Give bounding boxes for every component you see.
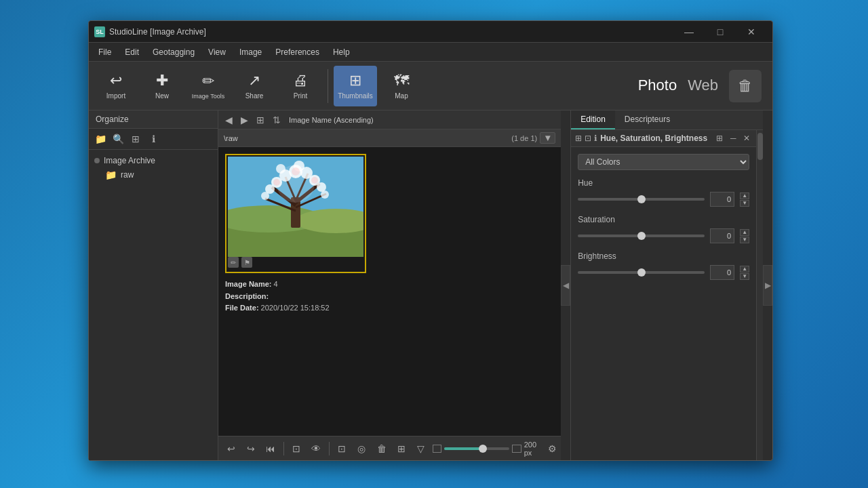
sort-order-button[interactable]: ⇅ — [270, 113, 283, 127]
trash-button[interactable]: 🗑 — [729, 70, 762, 102]
panel-expand-btn[interactable]: ⊞ — [714, 133, 725, 144]
brightness-slider-track[interactable] — [578, 271, 705, 274]
brightness-control: 0 ▲ ▼ — [578, 265, 749, 280]
svg-point-23 — [273, 179, 280, 186]
color-select[interactable]: All Colors — [578, 154, 749, 170]
panel-header: ⊞ ⊡ ℹ Hue, Saturation, Brightness ⊞ ─ ✕ — [571, 130, 756, 147]
saturation-down-btn[interactable]: ▼ — [740, 237, 749, 243]
copy-button[interactable]: ⊞ — [393, 440, 410, 458]
share-icon: ↗ — [248, 72, 260, 89]
collapse-left-arrow[interactable]: ◀ — [561, 265, 570, 306]
skip-back-button[interactable]: ⏮ — [262, 440, 279, 458]
settings-icon[interactable]: ⚙ — [548, 443, 557, 454]
zoom-fit-button[interactable]: ⊡ — [334, 440, 351, 458]
zoom-box-small — [433, 445, 442, 453]
image-tools-button[interactable]: ✏ Image Tools — [186, 66, 230, 106]
main-content: Organize 📁 🔍 ⊞ ℹ Image Archive 📁 raw — [89, 110, 772, 460]
back-button[interactable]: ◀ — [222, 113, 235, 127]
image-item[interactable]: ✏ ⚑ — [225, 154, 366, 273]
bottom-toolbar: ↩ ↪ ⏮ ⊡ 👁 ⊡ ◎ 🗑 ⊞ ▽ — [218, 436, 561, 460]
count-dropdown[interactable]: ▼ — [540, 132, 555, 144]
panel-title: Hue, Saturation, Brightness — [600, 134, 711, 143]
zoom-thumb[interactable] — [479, 445, 487, 453]
menu-file[interactable]: File — [92, 45, 118, 60]
new-folder-icon[interactable]: 📁 — [93, 131, 108, 146]
undo-button[interactable]: ↩ — [222, 440, 239, 458]
delete-button[interactable]: 🗑 — [373, 440, 390, 458]
panel-icon-1[interactable]: ⊞ — [575, 134, 582, 143]
image-info: Image Name: 4 Description: File Date: 20… — [225, 279, 554, 314]
organize-header: Organize — [89, 110, 218, 129]
zoom-slider[interactable] — [444, 447, 509, 450]
brightness-up-btn[interactable]: ▲ — [740, 266, 749, 272]
thumbnails-button[interactable]: ⊞ Thumbnails — [334, 66, 377, 106]
edit-icon[interactable]: ✏ — [228, 257, 239, 268]
toolbar-divider-2 — [283, 442, 284, 455]
print-button[interactable]: 🖨 Print — [279, 66, 322, 106]
grid-view-button[interactable]: ⊞ — [254, 113, 267, 127]
crop-button[interactable]: ⊡ — [288, 440, 304, 458]
forward-button[interactable]: ▶ — [238, 113, 251, 127]
share-button[interactable]: ↗ Share — [233, 66, 276, 106]
brightness-slider-thumb[interactable] — [637, 268, 646, 277]
panel-content: ⊞ ⊡ ℹ Hue, Saturation, Brightness ⊞ ─ ✕ — [571, 130, 756, 460]
new-button[interactable]: ✚ New — [140, 66, 184, 106]
zoom-actual-button[interactable]: ◎ — [353, 440, 370, 458]
minimize-button[interactable]: — — [673, 21, 705, 43]
hue-slider-thumb[interactable] — [637, 195, 646, 203]
redo-button[interactable]: ↪ — [242, 440, 259, 458]
search-icon[interactable]: 🔍 — [111, 131, 125, 146]
tree-archive[interactable]: Image Archive — [89, 154, 218, 167]
hue-up-btn[interactable]: ▲ — [740, 192, 749, 199]
grid-icon[interactable]: ⊞ — [128, 131, 143, 146]
tree-area: Image Archive 📁 raw — [89, 150, 218, 460]
tree-folder-raw[interactable]: 📁 raw — [89, 167, 218, 182]
hue-slider-track[interactable] — [578, 198, 705, 201]
preview-button[interactable]: 👁 — [308, 440, 325, 458]
web-button[interactable]: Web — [682, 74, 724, 98]
brightness-slider-row: Brightness 0 ▲ ▼ — [578, 251, 749, 280]
import-button[interactable]: ↩ Import — [94, 66, 138, 106]
maximize-button[interactable]: □ — [705, 21, 736, 43]
saturation-value[interactable]: 0 — [710, 228, 734, 243]
filter-button[interactable]: ▽ — [412, 440, 429, 458]
menu-geotagging[interactable]: Geotagging — [146, 45, 201, 60]
menu-view[interactable]: View — [201, 45, 233, 60]
brightness-down-btn[interactable]: ▼ — [740, 273, 749, 280]
brightness-stepper: ▲ ▼ — [740, 266, 749, 280]
menu-edit[interactable]: Edit — [118, 45, 146, 60]
saturation-slider-thumb[interactable] — [637, 232, 646, 240]
image-mini-toolbar: ✏ ⚑ — [228, 257, 363, 268]
photo-button[interactable]: Photo — [633, 74, 683, 98]
zoom-box-large — [512, 445, 521, 453]
saturation-slider-row: Saturation 0 ▲ ▼ — [578, 215, 749, 243]
collapse-right-arrow[interactable]: ▶ — [763, 265, 772, 306]
close-button[interactable]: ✕ — [736, 21, 767, 43]
archive-dot — [94, 158, 100, 163]
flag-icon[interactable]: ⚑ — [241, 257, 252, 268]
main-window: SL StudioLine [Image Archive] — □ ✕ File… — [88, 20, 773, 461]
panel-icon-3[interactable]: ℹ — [594, 134, 597, 143]
panel-icon-2[interactable]: ⊡ — [585, 134, 591, 143]
hue-value[interactable]: 0 — [710, 192, 734, 207]
map-button[interactable]: 🗺 Map — [380, 66, 423, 106]
panel-close-btn[interactable]: ✕ — [741, 133, 752, 144]
svg-point-20 — [317, 182, 326, 192]
brightness-label: Brightness — [578, 251, 749, 261]
hue-down-btn[interactable]: ▼ — [740, 200, 749, 207]
scrollbar-thumb[interactable] — [757, 133, 763, 160]
saturation-slider-track[interactable] — [578, 235, 705, 237]
saturation-up-btn[interactable]: ▲ — [740, 229, 749, 236]
right-scrollbar[interactable] — [756, 130, 763, 460]
tab-descripteurs[interactable]: Descripteurs — [615, 110, 679, 129]
menu-preferences[interactable]: Preferences — [269, 45, 326, 60]
menu-help[interactable]: Help — [326, 45, 357, 60]
brightness-value[interactable]: 0 — [710, 265, 734, 280]
menubar: File Edit Geotagging View Image Preferen… — [89, 43, 772, 62]
menu-image[interactable]: Image — [233, 45, 269, 60]
tab-edition[interactable]: Edition — [571, 110, 615, 129]
panel-minimize-btn[interactable]: ─ — [728, 133, 738, 144]
new-icon: ✚ — [156, 72, 168, 89]
info-icon[interactable]: ℹ — [146, 131, 161, 146]
import-icon: ↩ — [110, 72, 122, 89]
